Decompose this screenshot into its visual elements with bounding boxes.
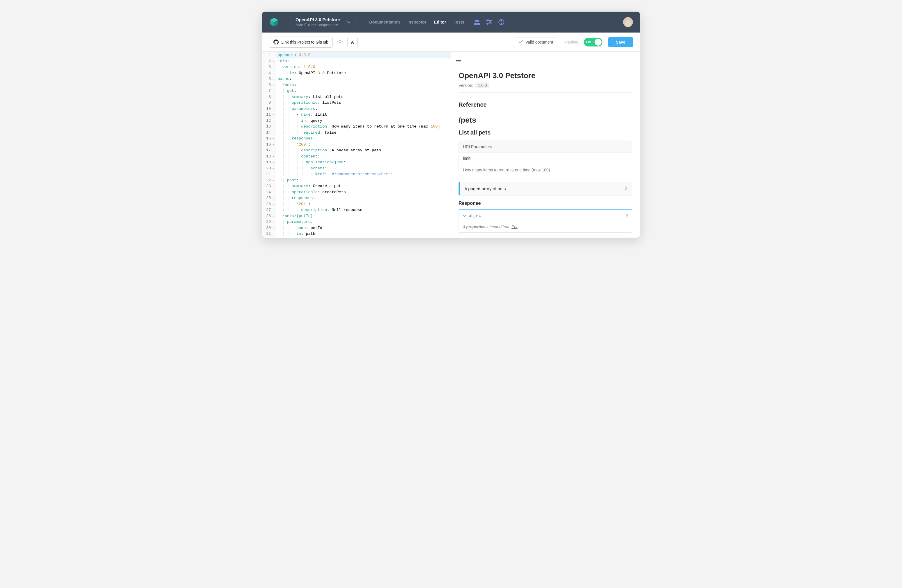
line-number: 3	[266, 64, 274, 70]
main-split: 12▾345▾6▾7▾8910▾11▾12131415▾16▾1718▾19▾2…	[262, 52, 640, 238]
checkmark-icon	[518, 40, 523, 44]
help-icon[interactable]	[498, 19, 504, 25]
line-number: 25▾	[266, 195, 274, 201]
preview-toggle-label: Preview	[564, 40, 578, 44]
svg-line-18	[338, 39, 338, 40]
code-line[interactable]: │ │ │ │ in: path	[276, 231, 451, 237]
code-line[interactable]: │ │ parameters:	[276, 219, 451, 225]
svg-point-10	[487, 23, 488, 24]
param-box: URI Parameters limit How many items to r…	[459, 141, 632, 176]
line-number: 19▾	[266, 160, 274, 166]
hamburger-icon[interactable]	[456, 59, 461, 62]
brightness-icon[interactable]	[337, 38, 343, 46]
code-line[interactable]: │ │ │ summary: Create a pet	[276, 183, 451, 189]
code-line[interactable]: │ /pets/{petId}:	[276, 213, 451, 219]
tab-inspector[interactable]: Inspector	[407, 20, 426, 24]
line-number: 11▾	[266, 112, 274, 118]
code-line[interactable]: │ /pets:	[276, 82, 451, 88]
endpoint-path: /pets	[459, 116, 632, 125]
code-line[interactable]: │ │ │ │ │ description: Null response	[276, 207, 451, 213]
reference-header: Reference	[459, 102, 632, 108]
code-line[interactable]: │ │ │ operationId: listPets	[276, 100, 451, 106]
code-line[interactable]: │ │ │ │ '201':	[276, 201, 451, 207]
code-line[interactable]: │ title: OpenAPI 3.0 Petstore	[276, 70, 451, 77]
code-line[interactable]: │ │ │ parameters:	[276, 106, 451, 112]
project-dropdown-chevron-icon[interactable]	[347, 20, 351, 24]
line-number: 8	[266, 94, 274, 100]
toggle-knob	[595, 39, 601, 45]
people-icon[interactable]	[474, 19, 480, 25]
project-title: OpenAPI 3.0 Petstore	[296, 17, 340, 22]
tab-tests[interactable]: Tests	[454, 20, 464, 24]
inherit-count: 3 properties	[463, 225, 485, 229]
code-line[interactable]: │ │ │ │ │ content:	[276, 154, 451, 160]
settings-sliders-icon[interactable]	[486, 19, 492, 25]
method-summary: List all pets	[459, 129, 632, 136]
app-logo-icon[interactable]	[269, 17, 279, 27]
code-line[interactable]: │ │ │ │ │ │ application/json:	[276, 160, 451, 166]
code-line[interactable]: paths:	[276, 76, 451, 82]
toolbar-right: Valid document Preview On Save	[514, 37, 633, 47]
line-number: 5▾	[266, 76, 274, 82]
line-number: 16▾	[266, 142, 274, 148]
code-line[interactable]: │ │ │ │ required: true	[276, 237, 451, 238]
code-area[interactable]: openapi: 3.0.0info:│ version: 1.0.0│ tit…	[276, 52, 451, 238]
editor-toolbar: Link this Project to GitHub A Valid docu…	[262, 33, 640, 52]
code-line[interactable]: │ │ │ operationId: createPets	[276, 189, 451, 195]
line-number: 24	[266, 189, 274, 195]
preview-toggle[interactable]: On	[584, 38, 602, 47]
line-number: 32	[266, 237, 274, 238]
svg-point-9	[490, 22, 491, 23]
line-number: 18▾	[266, 154, 274, 160]
project-info[interactable]: OpenAPI 3.0 Petstore Kyle Fuller • oaspe…	[296, 17, 340, 27]
code-line[interactable]: │ │ │ │ - name: limit	[276, 112, 451, 118]
chevron-right-icon	[625, 186, 627, 191]
code-line[interactable]: │ │ │ │ │ │ │ │ $ref: "#/components/sche…	[276, 171, 451, 178]
tab-editor[interactable]: Editor	[434, 20, 446, 24]
svg-line-21	[341, 39, 342, 40]
code-line[interactable]: │ │ │ │ │ in: query	[276, 118, 451, 124]
line-number: 9	[266, 100, 274, 106]
svg-point-4	[477, 20, 479, 22]
response-row[interactable]: A paged array of pets	[459, 182, 632, 195]
code-line[interactable]: info:	[276, 58, 451, 64]
param-section-header: URI Parameters	[459, 141, 632, 153]
line-number: 13	[266, 124, 274, 130]
project-subtitle: Kyle Fuller • oaspetstore	[296, 23, 340, 27]
code-editor[interactable]: 12▾345▾6▾7▾8910▾11▾12131415▾16▾1718▾19▾2…	[262, 52, 451, 238]
code-line[interactable]: │ │ │ - name: petId	[276, 225, 451, 231]
inherit-link[interactable]: Pet	[511, 225, 517, 229]
tab-documentation[interactable]: Documentation	[370, 20, 400, 24]
user-avatar[interactable]	[623, 17, 633, 27]
line-number: 21	[266, 171, 274, 178]
line-gutter: 12▾345▾6▾7▾8910▾11▾12131415▾16▾1718▾19▾2…	[262, 52, 276, 238]
letter-a-button[interactable]: A	[347, 37, 358, 47]
code-line[interactable]: openapi: 3.0.0	[276, 52, 451, 58]
line-number: 15▾	[266, 136, 274, 142]
svg-point-12	[501, 23, 501, 24]
code-line[interactable]: │ │ │ responses:	[276, 136, 451, 142]
code-line[interactable]: │ │ │ summary: List all pets	[276, 94, 451, 100]
line-number: 2▾	[266, 58, 274, 64]
line-number: 22▾	[266, 178, 274, 184]
code-line[interactable]: │ │ get:	[276, 88, 451, 94]
code-line[interactable]: │ │ post:	[276, 178, 451, 184]
header-bar: OpenAPI 3.0 Petstore Kyle Fuller • oaspe…	[262, 12, 640, 33]
code-line[interactable]: │ │ │ │ │ required: false	[276, 130, 451, 136]
app-window: OpenAPI 3.0 Petstore Kyle Fuller • oaspe…	[262, 12, 640, 238]
line-number: 10▾	[266, 106, 274, 112]
code-line[interactable]: │ │ │ │ │ │ │ schema:	[276, 166, 451, 172]
link-github-button[interactable]: Link this Project to GitHub	[269, 37, 333, 48]
svg-point-13	[339, 41, 341, 43]
code-line[interactable]: │ │ │ │ '200':	[276, 142, 451, 148]
code-line[interactable]: │ │ │ │ │ description: How many items to…	[276, 124, 451, 130]
schema-row[interactable]: object 0	[459, 210, 632, 221]
code-line[interactable]: │ version: 1.0.0	[276, 64, 451, 70]
save-button[interactable]: Save	[608, 37, 633, 47]
github-button-label: Link this Project to GitHub	[281, 40, 328, 44]
code-line[interactable]: │ │ │ │ │ description: A paged array of …	[276, 148, 451, 154]
preview-pane: OpenAPI 3.0 Petstore Version: 1.0.0 Refe…	[451, 52, 640, 238]
schema-count: 0	[626, 214, 628, 217]
param-name[interactable]: limit	[459, 153, 632, 164]
code-line[interactable]: │ │ │ responses:	[276, 195, 451, 201]
